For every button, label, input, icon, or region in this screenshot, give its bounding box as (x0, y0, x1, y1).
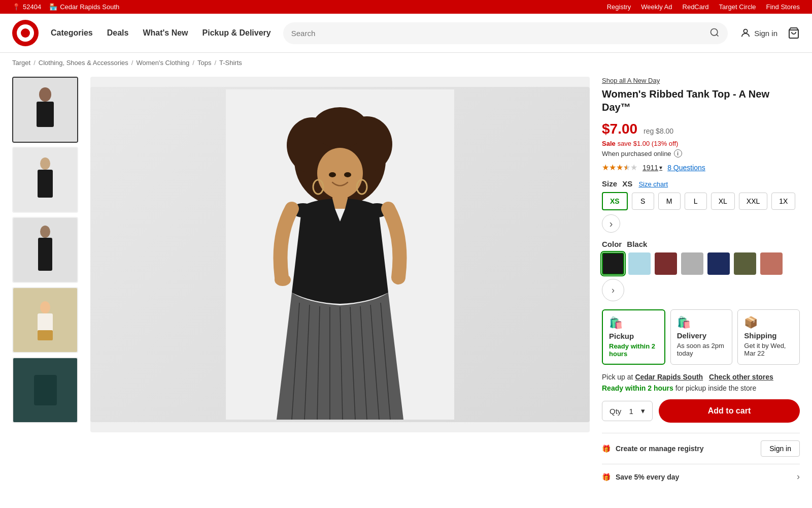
shipping-option[interactable]: 📦 Shipping Get it by Wed, Mar 22 (737, 309, 800, 365)
qty-chevron-icon: ▾ (641, 406, 645, 416)
svg-rect-23 (332, 196, 348, 209)
target-logo[interactable] (12, 20, 39, 46)
product-photo (90, 87, 590, 422)
save-row: 🎁 Save 5% every day › (602, 464, 800, 489)
store-name-link[interactable]: Cedar Rapids South (635, 373, 703, 381)
nav-whats-new[interactable]: What's New (143, 28, 188, 38)
current-price: $7.00 (602, 121, 637, 137)
zipcode[interactable]: 52404 (23, 3, 41, 11)
breadcrumb-clothing[interactable]: Clothing, Shoes & Accessories (39, 59, 128, 67)
size-xxl[interactable]: XXL (739, 193, 767, 210)
color-section: Color Black › (602, 240, 800, 301)
header: Categories Deals What's New Pickup & Del… (0, 14, 812, 53)
delivery-icon: 🛍️ (677, 316, 726, 329)
breadcrumb-sep-3: / (192, 59, 194, 67)
store-info[interactable]: 🏪 Cedar Rapids South (49, 3, 119, 11)
sign-in-button[interactable]: Sign in (740, 27, 777, 39)
star-3: ★ (616, 163, 623, 172)
quantity-selector[interactable]: Qty 1 ▾ (602, 401, 653, 421)
star-4: ★★ (623, 163, 630, 172)
swatch-gray[interactable] (681, 252, 703, 275)
brand-link[interactable]: Shop all A New Day (602, 77, 800, 84)
swatch-terracotta[interactable] (760, 252, 783, 275)
pin-icon: 📍 (12, 3, 20, 11)
swatch-darkred[interactable] (655, 252, 677, 275)
color-label: Color Black (602, 240, 800, 248)
svg-point-22 (317, 148, 363, 199)
save-icon: 🎁 (602, 473, 611, 481)
redcard-link[interactable]: RedCard (683, 3, 709, 11)
size-1x[interactable]: 1X (771, 193, 795, 210)
rating-count[interactable]: 1911 ▾ (642, 164, 662, 172)
find-stores-link[interactable]: Find Stores (766, 3, 800, 11)
breadcrumb-tops[interactable]: Tops (197, 59, 211, 67)
swatch-olive[interactable] (734, 252, 756, 275)
thumbnail-5[interactable] (12, 357, 78, 423)
swatch-black[interactable] (602, 252, 624, 275)
store-name[interactable]: Cedar Rapids South (60, 3, 119, 11)
breadcrumb-tshirts[interactable]: T-Shirts (219, 59, 242, 67)
size-l[interactable]: L (685, 193, 707, 210)
cart-button[interactable] (788, 27, 800, 39)
svg-point-39 (275, 274, 291, 286)
svg-point-37 (329, 172, 336, 177)
swatch-lightblue[interactable] (628, 252, 651, 275)
ready-pickup-text: Ready within 2 hours for pickup inside t… (602, 384, 800, 392)
target-circle-link[interactable]: Target Circle (719, 3, 756, 11)
thumbnail-2[interactable] (12, 147, 78, 213)
sale-detail: save $1.00 (13% off) (618, 140, 679, 147)
check-stores-link[interactable]: Check other stores (709, 373, 773, 381)
thumbnail-4[interactable] (12, 287, 78, 353)
qty-value: 1 (629, 407, 633, 416)
qty-label: Qty (610, 407, 621, 416)
main-nav: Categories Deals What's New Pickup & Del… (51, 28, 271, 38)
product-info-panel: Shop all A New Day Women's Ribbed Tank T… (602, 77, 800, 489)
size-xl[interactable]: XL (711, 193, 735, 210)
size-s[interactable]: S (632, 193, 654, 210)
nav-categories[interactable]: Categories (51, 28, 93, 38)
search-icon[interactable] (709, 27, 720, 39)
svg-point-21 (312, 107, 368, 148)
swatch-navy[interactable] (707, 252, 730, 275)
registry-sign-in-button[interactable]: Sign in (761, 440, 800, 457)
registry-link[interactable]: Registry (607, 3, 631, 11)
search-bar[interactable] (283, 22, 728, 44)
size-m[interactable]: M (658, 193, 681, 210)
rating-row: ★ ★ ★ ★★ ★ 1911 ▾ 8 Questions (602, 163, 800, 172)
delivery-option[interactable]: 🛍️ Delivery As soon as 2pm today (670, 309, 733, 365)
main-product-image (90, 77, 590, 432)
location-info[interactable]: 📍 52404 (12, 3, 41, 11)
svg-rect-8 (37, 102, 54, 127)
nav-pickup-delivery[interactable]: Pickup & Delivery (202, 28, 271, 38)
top-bar: 📍 52404 🏪 Cedar Rapids South Registry We… (0, 0, 812, 14)
size-xs[interactable]: XS (602, 192, 628, 210)
star-rating: ★ ★ ★ ★★ ★ (602, 163, 637, 172)
size-chart-link[interactable]: Size chart (638, 180, 668, 188)
thumbnail-3[interactable] (12, 217, 78, 283)
delivery-sub: As soon as 2pm today (677, 342, 726, 357)
questions-link[interactable]: 8 Questions (667, 164, 705, 172)
info-icon[interactable]: i (674, 149, 682, 157)
svg-rect-10 (38, 170, 53, 198)
thumbnail-1[interactable] (12, 77, 78, 143)
chevron-down-icon: ▾ (659, 164, 662, 171)
size-more-button[interactable]: › (602, 214, 620, 233)
breadcrumb: Target / Clothing, Shoes & Accessories /… (0, 53, 812, 73)
pickup-option[interactable]: 🛍️ Pickup Ready within 2 hours (602, 309, 665, 365)
svg-point-38 (344, 172, 351, 177)
delivery-title: Delivery (677, 331, 726, 340)
swatch-more-button[interactable]: › (602, 279, 624, 301)
svg-point-5 (743, 29, 747, 33)
weekly-ad-link[interactable]: Weekly Ad (641, 3, 672, 11)
price-section: $7.00 reg $8.00 Sale save $1.00 (13% off… (602, 121, 800, 157)
save-left: 🎁 Save 5% every day (602, 473, 679, 481)
search-input[interactable] (291, 29, 705, 38)
registry-left: 🎁 Create or manage registry (602, 444, 704, 453)
pickup-sub: Ready within 2 hours (609, 342, 658, 358)
breadcrumb-target[interactable]: Target (12, 59, 30, 67)
save-text: Save 5% every day (616, 473, 679, 481)
breadcrumb-womens[interactable]: Women's Clothing (136, 59, 189, 67)
nav-deals[interactable]: Deals (107, 28, 129, 38)
svg-point-2 (21, 28, 30, 38)
add-to-cart-button[interactable]: Add to cart (659, 399, 800, 423)
